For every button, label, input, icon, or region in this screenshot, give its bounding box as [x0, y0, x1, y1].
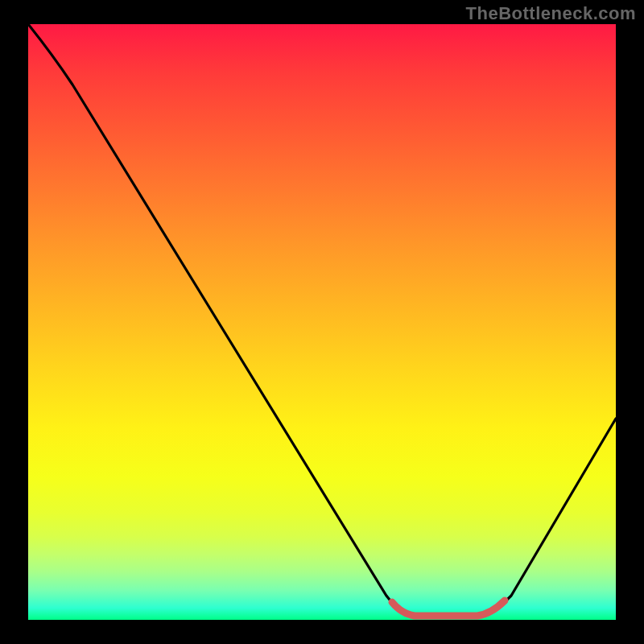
watermark-text: TheBottleneck.com — [466, 3, 636, 24]
plot-area — [28, 24, 616, 620]
bottleneck-curve — [28, 24, 616, 620]
highlight-band — [392, 601, 505, 616]
chart-frame: TheBottleneck.com — [0, 0, 644, 644]
curve-path — [28, 24, 616, 616]
